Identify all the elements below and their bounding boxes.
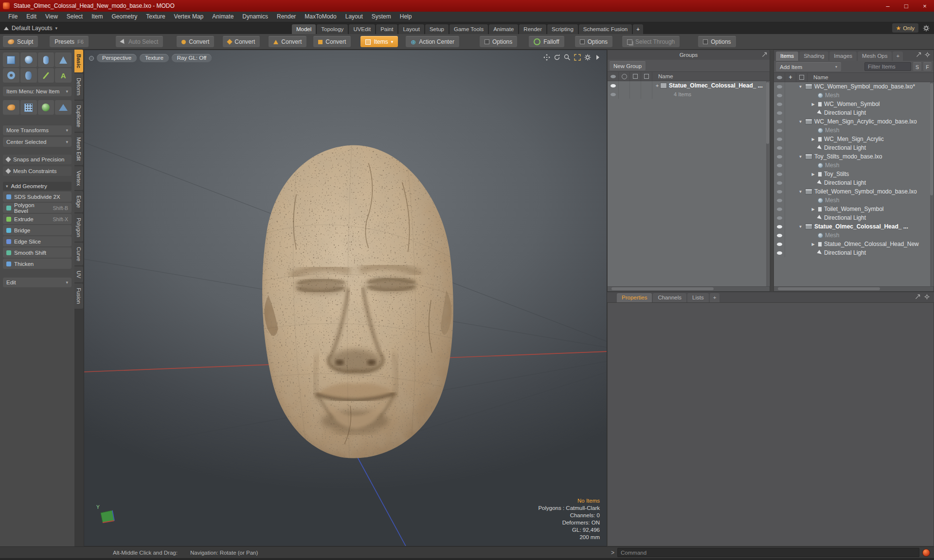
expand-panel-icon[interactable] [916,52,922,58]
rotate-icon[interactable] [553,53,561,61]
center-selected-dropdown[interactable]: Center Selected▾ [3,137,72,147]
tool-thicken[interactable]: Thicken [3,259,72,269]
mesh-constraints-toggle[interactable]: Mesh Constraints [3,166,72,176]
visibility-eye-icon[interactable] [777,103,782,106]
cone-tool-button[interactable] [55,52,72,67]
tube-tool-button[interactable] [20,68,37,83]
torus-tool-button[interactable] [3,68,19,83]
menu-animate[interactable]: Animate [208,12,238,22]
item-label[interactable]: WC_Men_Sign_Acrylic [824,136,884,142]
items-mode-button[interactable]: Items ▾ [360,36,398,47]
pyramid-tool-button[interactable] [55,100,72,115]
text-tool-button[interactable]: A [55,68,72,83]
sculpt-brush-button[interactable] [3,100,19,115]
visibility-eye-icon[interactable] [777,111,782,115]
olmec-head-model[interactable] [224,137,474,473]
item-label[interactable]: Mesh [825,197,839,204]
visibility-eye-icon[interactable] [777,243,782,246]
item-label[interactable]: Statue_Olmec_Colossal_Head_ ... [814,223,908,230]
edit-dropdown[interactable]: Edit▾ [3,278,72,287]
item-label[interactable]: WC_Women_Symbol [824,101,880,107]
menu-texture[interactable]: Texture [142,12,169,22]
group-row[interactable]: + Statue_Olmec_Colossal_Head_ ... [608,81,770,90]
group-item-name[interactable]: Statue_Olmec_Colossal_Head_ ... [669,82,763,89]
item-tree-row[interactable]: Mesh [774,196,934,205]
filter-button[interactable]: F [923,62,932,71]
pan-icon[interactable] [543,53,551,61]
visibility-eye-icon[interactable] [777,146,782,150]
falloff-options-button[interactable]: Options [575,36,612,47]
close-button[interactable]: × [916,0,934,12]
item-tree-row[interactable]: Mesh [774,126,934,135]
3d-viewport[interactable]: Perspective Texture Ray GL: Off [84,50,607,546]
tab-images[interactable]: Images [829,52,857,61]
item-tree-row[interactable]: Directional Light [774,143,934,152]
visibility-eye-icon[interactable] [777,138,782,141]
item-tree-row[interactable]: Directional Light [774,248,934,257]
item-label[interactable]: Mesh [825,92,839,99]
menu-maxtomodo[interactable]: MaxToModo [300,12,341,22]
view-type-button[interactable]: Perspective [97,54,137,62]
tab-curve[interactable]: Curve [74,243,83,265]
ray-gl-button[interactable]: Ray GL: Off [172,54,212,62]
menu-view[interactable]: View [41,12,62,22]
item-tree-row[interactable]: Mesh [774,231,934,240]
add-layout-tab-button[interactable]: + [633,24,643,34]
cube-tool-button[interactable] [3,52,19,67]
item-label[interactable]: Directional Light [824,109,866,116]
tab-topology[interactable]: Topology [317,24,348,34]
tool-smooth-shift[interactable]: Smooth Shift [3,247,72,258]
convert-vertex-button[interactable]: Convert [177,36,214,47]
tree-expand-arrow[interactable]: ▶ [810,242,816,246]
more-transforms-dropdown[interactable]: More Transforms▾ [3,125,72,135]
visibility-column-eye-icon[interactable] [611,75,616,78]
visibility-eye-icon[interactable] [777,190,782,193]
item-tree-row[interactable]: ▼WC_Women_Symbol_modo_base.lxo* [774,82,934,91]
item-label[interactable]: Toilet_Women_Symbol_modo_base.lxo [814,188,917,195]
tab-animate[interactable]: Animate [489,24,518,34]
tree-expand-arrow[interactable]: ▼ [798,155,803,159]
layout-home-icon[interactable] [4,27,9,30]
tab-fusion[interactable]: Fusion [74,283,83,308]
item-tree-row[interactable]: ▶WC_Women_Symbol [774,100,934,108]
tab-deform[interactable]: Deform [74,73,83,100]
item-tree-row[interactable]: ▶Toy_Stilts [774,170,934,178]
tree-expand-arrow[interactable]: ▶ [810,207,816,211]
lock-column-icon[interactable] [633,74,638,79]
filter-column-icon[interactable] [644,74,649,79]
visibility-eye-icon[interactable] [777,155,782,158]
items-horizontal-scrollbar[interactable] [774,286,934,291]
item-tree-row[interactable]: ▼Toy_Stilts_modo_base.lxo [774,152,934,161]
item-label[interactable]: WC_Women_Symbol_modo_base.lxo* [814,83,915,90]
tab-layout[interactable]: Layout [398,24,424,34]
item-label[interactable]: Toy_Stilts_modo_base.lxo [814,153,882,160]
grid-tool-button[interactable] [20,100,37,115]
visibility-eye-icon[interactable] [777,251,782,255]
item-tree-row[interactable]: ▶Statue_Olmec_Colossal_Head_New [774,240,934,248]
add-geometry-header[interactable]: ▾ Add Geometry [3,182,72,191]
next-arrow-icon[interactable] [594,53,602,61]
minimize-button[interactable]: – [879,0,897,12]
visibility-eye-icon[interactable] [777,234,782,237]
tab-properties[interactable]: Properties [617,293,652,302]
menu-dynamics[interactable]: Dynamics [238,12,272,22]
menu-vertex-map[interactable]: Vertex Map [170,12,208,22]
visibility-eye-icon[interactable] [611,93,616,96]
groups-horizontal-scrollbar[interactable] [608,286,770,291]
item-menu-dropdown[interactable]: Item Menu: New Item▾ [3,87,72,96]
tab-mesh-edit[interactable]: Mesh Edit [74,133,83,165]
tab-game-tools[interactable]: Game Tools [449,24,488,34]
menu-geometry[interactable]: Geometry [108,12,142,22]
zoom-icon[interactable] [563,53,571,61]
tree-expand-arrow[interactable]: ▼ [798,120,803,124]
snaps-precision-toggle[interactable]: Snaps and Precision [3,155,72,164]
tab-polygon[interactable]: Polygon [74,213,83,242]
axis-gizmo[interactable]: Y [95,503,117,525]
item-label[interactable]: Mesh [825,162,839,169]
auto-select-button[interactable]: Auto Select [116,36,163,47]
scope-button[interactable]: S [913,62,921,71]
visibility-eye-icon[interactable] [777,120,782,123]
sphere-tool-button[interactable] [20,52,37,67]
expand-panel-icon[interactable] [915,294,921,300]
viewport-settings-gear-icon[interactable] [584,53,592,61]
